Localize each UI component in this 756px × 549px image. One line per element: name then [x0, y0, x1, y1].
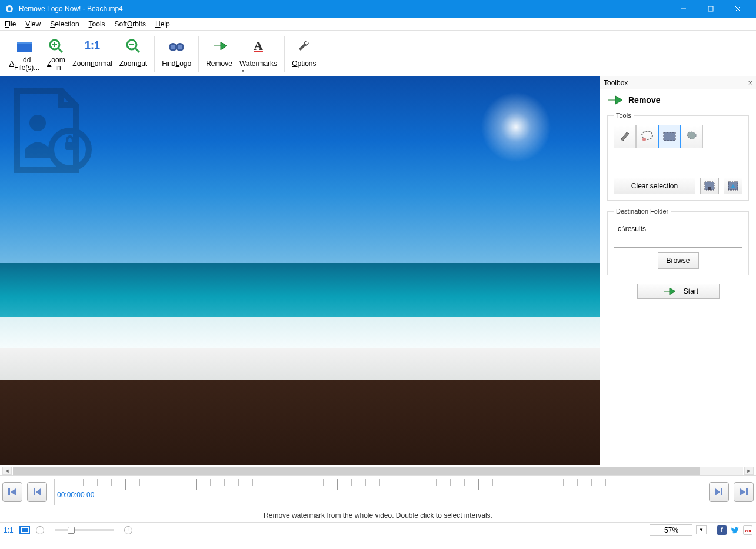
options-label: Options	[292, 56, 316, 72]
facebook-icon[interactable]: f	[717, 525, 727, 535]
app-icon	[5, 4, 14, 14]
svg-point-1	[8, 7, 11, 11]
binoculars-icon	[168, 36, 185, 56]
minimize-button[interactable]	[670, 0, 697, 18]
horizontal-scrollbar[interactable]: ◄ ►	[0, 465, 756, 475]
toolbox-section-title: Remove	[628, 95, 660, 105]
menu-view[interactable]: View	[25, 20, 41, 28]
twitter-icon[interactable]	[730, 525, 740, 535]
freeform-tool-button[interactable]	[681, 125, 703, 148]
youtube-icon[interactable]: You	[743, 525, 752, 535]
go-start-button[interactable]	[2, 482, 22, 502]
next-frame-button[interactable]	[709, 482, 729, 502]
menu-file[interactable]: File	[5, 20, 16, 28]
zoom-slider-handle[interactable]	[68, 527, 75, 534]
destination-legend: Destination Folder	[614, 208, 671, 215]
toolbar-overflow-icon[interactable]: ▾	[242, 68, 244, 74]
zoom-out-button[interactable]: Zoomout	[116, 33, 151, 75]
svg-point-22	[642, 138, 646, 141]
fit-screen-icon[interactable]	[19, 526, 30, 534]
close-button[interactable]	[724, 0, 751, 18]
status-bar: 1:1 − + 57% ▼ f You	[0, 522, 756, 537]
arrow-right-icon	[607, 94, 624, 106]
svg-rect-30	[746, 488, 748, 495]
svg-rect-23	[664, 132, 675, 141]
rectangle-select-tool-button[interactable]	[658, 125, 681, 148]
window-title: Remove Logo Now! - Beach.mp4	[19, 5, 670, 13]
timeline: 00:00:00 00	[0, 475, 756, 508]
zoom-out-label: Zoomout	[119, 56, 147, 72]
zoom-in-icon	[48, 36, 64, 56]
wrench-icon	[297, 36, 312, 56]
watermark-overlay-icon	[2, 79, 102, 179]
zoom-in-button[interactable]: Zoomin	[43, 33, 69, 75]
svg-point-18	[29, 115, 46, 131]
zoom-minus-button[interactable]: −	[36, 526, 44, 534]
svg-rect-20	[65, 142, 75, 150]
menu-selection[interactable]: Selection	[50, 20, 79, 28]
zoom-slider[interactable]	[55, 529, 114, 531]
text-icon: A	[254, 36, 263, 56]
svg-text:You: You	[745, 529, 751, 533]
svg-rect-27	[8, 488, 10, 495]
toolbox-close-icon[interactable]: ×	[748, 78, 752, 87]
timecode: 00:00:00 00	[57, 491, 94, 499]
menu-bar: File View Selection Tools SoftOrbits Hel…	[0, 18, 756, 31]
go-end-button[interactable]	[734, 482, 754, 502]
load-selection-button[interactable]	[724, 178, 742, 194]
find-logo-label: FindLogo	[162, 56, 191, 72]
svg-rect-28	[34, 488, 35, 495]
svg-line-12	[135, 48, 139, 52]
find-logo-button[interactable]: FindLogo	[158, 33, 195, 75]
maximize-button[interactable]	[697, 0, 724, 18]
timeline-ruler[interactable]: 00:00:00 00	[54, 479, 702, 505]
hint-bar: Remove watermark from the whole video. D…	[0, 508, 756, 522]
zoom-plus-button[interactable]: +	[124, 526, 132, 534]
scroll-track[interactable]	[13, 467, 743, 475]
marker-tool-button[interactable]	[614, 125, 636, 148]
zoom-normal-icon: 1:1	[85, 36, 100, 56]
arrow-right-icon	[211, 36, 228, 56]
zoom-ratio[interactable]: 1:1	[4, 526, 14, 534]
zoom-in-label: Zoomin	[47, 56, 65, 72]
menu-help[interactable]: Help	[155, 20, 170, 28]
add-files-button[interactable]: AddFile(s)...	[6, 33, 43, 75]
remove-label: Remove	[206, 56, 232, 72]
options-button[interactable]: Options	[288, 33, 319, 75]
lasso-tool-button[interactable]	[636, 125, 658, 148]
prev-frame-button[interactable]	[27, 482, 47, 502]
scroll-right-icon[interactable]: ►	[744, 467, 754, 475]
toolbox-title: Toolbox	[604, 79, 628, 87]
title-bar: Remove Logo Now! - Beach.mp4	[0, 0, 756, 18]
scroll-thumb[interactable]	[13, 467, 700, 475]
video-preview[interactable]	[0, 76, 600, 465]
svg-rect-25	[708, 187, 711, 190]
destination-folder-input[interactable]: c:\results	[614, 221, 742, 248]
zoom-normal-label: Zoomnormal	[72, 56, 112, 72]
hint-text: Remove watermark from the whole video. D…	[264, 511, 492, 520]
toolbar: AddFile(s)... Zoomin 1:1 Zoomnormal Zoom…	[0, 31, 756, 76]
add-files-label: AddFile(s)...	[9, 56, 39, 72]
svg-line-8	[58, 48, 62, 52]
toolbox-panel: Toolbox × Remove Tools Clear selection	[600, 76, 756, 465]
browse-button[interactable]: Browse	[658, 252, 699, 269]
destination-group: Destination Folder c:\results Browse	[607, 208, 749, 275]
zoom-dropdown-icon[interactable]: ▼	[696, 525, 707, 534]
svg-point-16	[171, 45, 175, 49]
zoom-normal-button[interactable]: 1:1 Zoomnormal	[69, 33, 115, 75]
start-button[interactable]: Start	[637, 284, 720, 299]
arrow-right-icon	[662, 286, 677, 297]
remove-button[interactable]: Remove	[202, 33, 236, 75]
svg-rect-6	[17, 42, 32, 44]
svg-rect-32	[22, 528, 28, 532]
watermarks-label: Watermarks	[239, 56, 277, 72]
save-selection-button[interactable]	[700, 178, 719, 194]
tools-group: Tools Clear selection	[607, 112, 749, 201]
zoom-percent[interactable]: 57%	[650, 524, 692, 536]
folder-add-icon	[16, 36, 34, 56]
svg-point-17	[178, 45, 182, 49]
scroll-left-icon[interactable]: ◄	[2, 467, 12, 475]
menu-softorbits[interactable]: SoftOrbits	[115, 20, 146, 28]
clear-selection-button[interactable]: Clear selection	[614, 178, 695, 194]
menu-tools[interactable]: Tools	[89, 20, 105, 28]
